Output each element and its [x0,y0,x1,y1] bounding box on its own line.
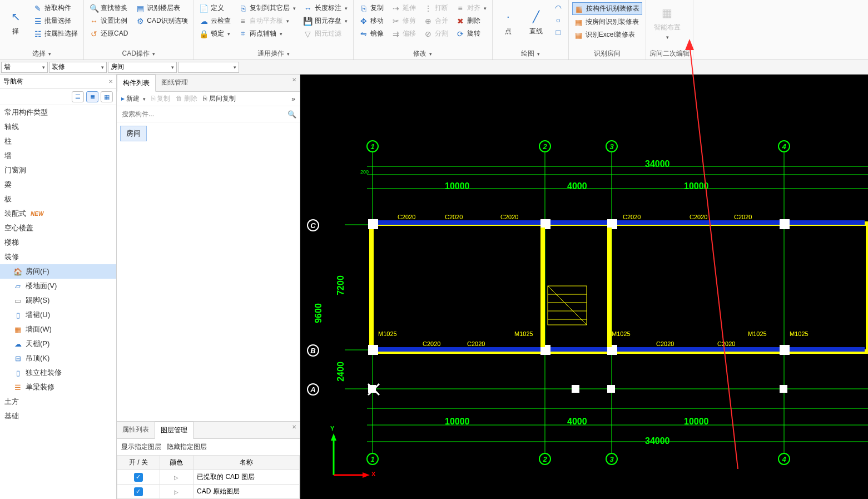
recog-by-room-button[interactable]: ▦按房间识别装修表 [572,16,642,28]
tab-components[interactable]: 构件列表 [117,75,156,92]
expand-icon[interactable]: ▷ [174,489,178,495]
copy-to-other-button[interactable]: ⎘复制到其它层▾ [236,2,298,14]
tab-drawings[interactable]: 图纸管理 [156,75,194,91]
merge-button[interactable]: ⊕合并 [421,15,450,27]
nav-item[interactable]: ▱楼地面(V) [0,279,116,293]
cad-viewport[interactable]: 1 2 3 4 1 2 3 4 C B A 34000 10000 4000 1… [300,75,868,499]
save-primitive-button[interactable]: 💾图元存盘▾ [301,15,350,27]
circle-button[interactable]: ○ [552,14,565,26]
show-layer-button[interactable]: 显示指定图层 [121,442,161,452]
table-row[interactable]: ✓▷CAD 原始图层 [117,485,300,499]
arc-button[interactable]: ◠ [552,2,565,13]
close-icon[interactable]: ✕ [292,77,296,83]
auto-level-button[interactable]: ≡自动平齐板▾ [236,15,298,27]
mirror-button[interactable]: ⇋镜像 [357,28,386,39]
break-button[interactable]: ⋮打断 [421,2,450,14]
more-button[interactable]: » [291,95,295,103]
close-icon[interactable]: ✕ [292,424,296,430]
copy-button[interactable]: ⎘复制 [357,2,386,14]
nav-item[interactable]: 常用构件类型 [0,105,116,120]
chevron-down-icon[interactable]: ▾ [537,51,540,57]
nav-item[interactable]: 基础 [0,409,116,423]
copy-component-button[interactable]: ⎘ 复制 [151,94,170,103]
tab-layers[interactable]: 图层管理 [155,422,194,439]
nav-item[interactable]: 装修 [0,250,116,264]
rotate-button[interactable]: ⟳旋转 [454,28,489,39]
length-annot-button[interactable]: ↔长度标注▾ [301,2,350,14]
nav-item[interactable]: ▯独立柱装修 [0,365,116,380]
nav-item[interactable]: 柱 [0,134,116,149]
select-by-attr-button[interactable]: ☵按属性选择 [31,28,80,39]
define-button[interactable]: 📄定义 [197,2,233,14]
move-button[interactable]: ✥移动 [357,15,386,27]
recog-excel-button[interactable]: ▦识别Excel装修表 [572,29,642,41]
expand-icon[interactable]: ▷ [174,475,178,481]
list-view-button[interactable]: ≣ [86,91,98,102]
nav-item[interactable]: ▭踢脚(S) [0,293,116,308]
grid-view-button[interactable]: ▦ [101,91,113,102]
nav-item[interactable]: ☁天棚(P) [0,337,116,351]
two-point-aux-button[interactable]: ⌗两点辅轴▾ [236,28,298,39]
set-scale-button[interactable]: ↔设置比例 [87,15,130,27]
cad-recog-options-button[interactable]: ⚙CAD识别选项 [133,15,190,27]
filter-primitive-button[interactable]: ▽图元过滤 [301,28,350,39]
nav-item[interactable]: 板 [0,192,116,206]
nav-item[interactable]: 梁 [0,177,116,192]
smart-layout-button[interactable]: ▦智能布置▾ [649,2,685,42]
new-button[interactable]: ▸ 新建 ▾ [121,94,146,103]
nav-item[interactable]: 🏠房间(F) [0,264,116,279]
chevron-down-icon[interactable]: ▾ [429,51,432,57]
rect-button[interactable]: □ [552,27,565,38]
batch-select-button[interactable]: ☰批量选择 [31,15,80,27]
nav-item[interactable]: 门窗洞 [0,163,116,177]
dropdown-3[interactable]: 房间▾ [108,62,177,73]
nav-tree[interactable]: 常用构件类型轴线柱墙门窗洞梁板装配式NEW空心楼盖楼梯装修🏠房间(F)▱楼地面(… [0,105,116,499]
chevron-down-icon[interactable]: ▾ [48,51,51,57]
chevron-down-icon[interactable]: ▾ [152,51,155,57]
tab-attrs[interactable]: 属性列表 [117,422,155,438]
nav-item[interactable]: ⊟吊顶(K) [0,351,116,365]
trim-button[interactable]: ✂修剪 [389,15,418,27]
recognize-layers-button[interactable]: ▤识别楼层表 [133,2,190,14]
nav-item[interactable]: ☰单梁装修 [0,380,116,394]
nav-item[interactable]: 轴线 [0,120,116,134]
lock-button[interactable]: 🔒锁定▾ [197,28,233,39]
nav-item[interactable]: 墙 [0,149,116,163]
dropdown-4[interactable]: ▾ [178,62,239,73]
find-replace-button[interactable]: 🔍查找替换 [87,2,130,14]
pick-component-button[interactable]: ✎拾取构件 [31,2,80,14]
offset-button[interactable]: ⇉偏移 [389,28,418,39]
line-button[interactable]: ╱直线 [524,2,548,42]
dim-total-b: 34000 [645,436,670,446]
point-button[interactable]: ·点 [496,2,520,42]
split-button[interactable]: ⊘分割 [421,28,450,39]
nav-item[interactable]: ▯墙裙(U) [0,308,116,322]
component-item-room[interactable]: 房间 [120,126,147,141]
nav-item[interactable]: 装配式NEW [0,206,116,221]
nav-item-label: 踢脚(S) [26,295,49,305]
nav-item[interactable]: 土方 [0,394,116,409]
checkbox-on[interactable]: ✓ [134,487,143,496]
expand-nav-button[interactable]: ☰ [72,91,84,102]
cloud-check-button[interactable]: ☁云检查 [197,15,233,27]
search-input[interactable] [120,108,287,120]
delete-button[interactable]: ✖删除 [454,15,489,27]
restore-cad-button[interactable]: ↺还原CAD [87,28,130,39]
table-row[interactable]: ✓▷已提取的 CAD 图层 [117,470,300,485]
close-icon[interactable]: ✕ [108,78,113,85]
nav-item[interactable]: 楼梯 [0,235,116,250]
chevron-down-icon[interactable]: ▾ [287,51,290,57]
extend-button[interactable]: ⇢延伸 [389,2,418,14]
dropdown-2[interactable]: 装修▾ [49,62,107,73]
nav-item[interactable]: ▦墙面(W) [0,322,116,337]
hide-layer-button[interactable]: 隐藏指定图层 [167,442,207,452]
align-button[interactable]: ≡对齐▾ [454,2,489,14]
delete-component-button[interactable]: 🗑 删除 [176,94,197,103]
select-main-button[interactable]: ↖ 择 [3,2,28,42]
recog-by-component-button[interactable]: ▦按构件识别装修表 [572,2,642,15]
search-icon[interactable]: 🔍 [287,110,296,118]
layer-copy-button[interactable]: ⎘ 层间复制 [203,94,235,103]
checkbox-on[interactable]: ✓ [134,473,143,482]
dropdown-1[interactable]: 墙▾ [1,62,48,73]
nav-item[interactable]: 空心楼盖 [0,221,116,235]
